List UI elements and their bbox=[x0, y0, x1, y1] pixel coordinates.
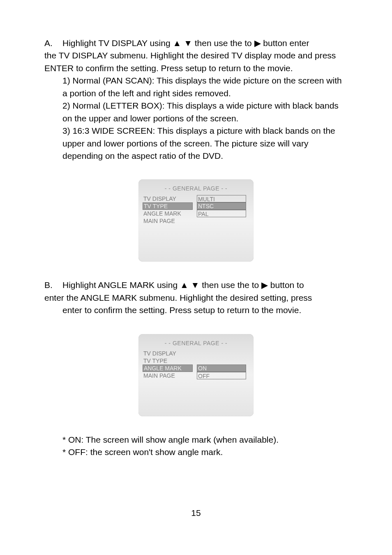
section-b: B.Highlight ANGLE MARK using ▲ ▼ then us… bbox=[44, 279, 348, 316]
panel-body: TV DISPLAY TV TYPE ANGLE MARK MAIN PAGE … bbox=[143, 350, 249, 379]
section-a-label: A. bbox=[44, 37, 62, 49]
list-item: 1) Normal (PAN SCAN): This displays the … bbox=[62, 74, 348, 100]
menu-item-angle-mark: ANGLE MARK bbox=[143, 365, 193, 372]
section-b-line1: B.Highlight ANGLE MARK using ▲ ▼ then us… bbox=[44, 279, 348, 291]
option-pal: PAL bbox=[197, 210, 246, 217]
note-on: * ON: The screen will show angle mark (w… bbox=[62, 434, 348, 446]
panel2-wrap: - - GENERAL PAGE - - TV DISPLAY TV TYPE … bbox=[44, 334, 348, 416]
text: button enter bbox=[261, 38, 309, 48]
up-triangle-icon: ▲ bbox=[180, 279, 189, 291]
menu-item-main-page: MAIN PAGE bbox=[143, 217, 193, 225]
text: then use the to bbox=[199, 280, 261, 290]
section-a-list: 1) Normal (PAN SCAN): This displays the … bbox=[62, 74, 348, 162]
panel-left-col: TV DISPLAY TV TYPE ANGLE MARK MAIN PAGE bbox=[143, 350, 193, 379]
section-a-body: the TV DISPLAY submenu. Highlight the de… bbox=[44, 49, 348, 74]
text: then use the to bbox=[192, 38, 254, 48]
menu-item-tv-display: TV DISPLAY bbox=[143, 350, 193, 357]
spacer bbox=[197, 357, 246, 365]
panel-left-col: TV DISPLAY TV TYPE ANGLE MARK MAIN PAGE bbox=[143, 195, 193, 225]
panel-right-col: MULTI NTSC PAL bbox=[197, 195, 246, 225]
menu-item-main-page: MAIN PAGE bbox=[143, 372, 193, 379]
section-a-line1: A.Highlight TV DISPLAY using ▲ ▼ then us… bbox=[44, 37, 348, 49]
section-b-line3: enter to confirm the setting. Press setu… bbox=[62, 304, 348, 316]
panel1-wrap: - - GENERAL PAGE - - TV DISPLAY TV TYPE … bbox=[44, 179, 348, 262]
down-triangle-icon: ▼ bbox=[191, 279, 200, 291]
general-page-panel-2: - - GENERAL PAGE - - TV DISPLAY TV TYPE … bbox=[138, 334, 254, 416]
general-page-panel-1: - - GENERAL PAGE - - TV DISPLAY TV TYPE … bbox=[138, 179, 254, 262]
option-ntsc: NTSC bbox=[197, 202, 246, 210]
list-item: 2) Normal (LETTER BOX): This displays a … bbox=[62, 100, 348, 125]
page-number: 15 bbox=[0, 508, 392, 518]
text: Highlight TV DISPLAY using bbox=[62, 38, 173, 48]
text: Highlight ANGLE MARK using bbox=[62, 280, 180, 290]
menu-item-tv-display: TV DISPLAY bbox=[143, 195, 193, 202]
option-off: OFF bbox=[197, 372, 246, 379]
list-item: 3) 16:3 WIDE SCREEN: This displays a pic… bbox=[62, 125, 348, 162]
panel-body: TV DISPLAY TV TYPE ANGLE MARK MAIN PAGE … bbox=[143, 195, 249, 225]
right-triangle-icon: ▶ bbox=[261, 279, 268, 291]
notes: * ON: The screen will show angle mark (w… bbox=[62, 434, 348, 459]
panel-title: - - GENERAL PAGE - - bbox=[143, 340, 249, 346]
section-a: A.Highlight TV DISPLAY using ▲ ▼ then us… bbox=[44, 37, 348, 162]
panel-title: - - GENERAL PAGE - - bbox=[143, 185, 249, 192]
section-b-label: B. bbox=[44, 279, 62, 291]
note-off: * OFF: the screen won't show angle mark. bbox=[62, 446, 348, 458]
menu-item-tv-type: TV TYPE bbox=[143, 202, 193, 210]
section-b-line2: enter the ANGLE MARK submenu. Highlight … bbox=[44, 292, 348, 304]
text: button to bbox=[268, 280, 304, 290]
panel-right-col: ON OFF bbox=[197, 350, 246, 379]
down-triangle-icon: ▼ bbox=[184, 37, 192, 49]
right-triangle-icon: ▶ bbox=[254, 37, 261, 49]
option-on: ON bbox=[197, 365, 246, 372]
option-multi: MULTI bbox=[197, 195, 246, 202]
spacer bbox=[197, 350, 246, 357]
menu-item-angle-mark: ANGLE MARK bbox=[143, 210, 193, 217]
menu-item-tv-type: TV TYPE bbox=[143, 357, 193, 365]
up-triangle-icon: ▲ bbox=[173, 37, 181, 49]
